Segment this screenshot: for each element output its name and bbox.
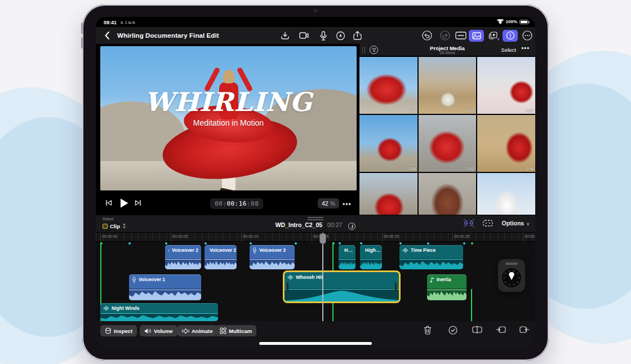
volume-line[interactable]	[285, 289, 399, 290]
jog-wheel-button[interactable]	[503, 30, 518, 42]
media-thumbnail[interactable]: 0:02	[419, 115, 477, 172]
timeline-clip-voiceover-2[interactable]: Voiceover 2	[205, 245, 237, 269]
back-button[interactable]	[103, 30, 113, 41]
clip-marker-dot	[205, 242, 207, 245]
volume-line[interactable]	[250, 259, 295, 260]
skip-forward-icon[interactable]	[134, 199, 142, 207]
volume-line[interactable]	[129, 290, 201, 290]
media-thumbnail[interactable]: 0:07	[419, 57, 477, 114]
clip-waveform	[427, 288, 466, 300]
trim-handle-right[interactable]	[395, 282, 397, 291]
more-icon[interactable]	[522, 30, 533, 41]
import-icon[interactable]	[279, 30, 291, 41]
media-thumbnail[interactable]	[359, 173, 417, 215]
options-dropdown[interactable]: Options∨	[501, 220, 530, 227]
volume-button-footer[interactable]: Volume	[140, 325, 177, 336]
timecode-display[interactable]: 00:00:16:08	[210, 198, 263, 209]
multicam-button[interactable]: Multicam	[215, 325, 256, 336]
insert-left-icon[interactable]	[496, 326, 506, 336]
check-circle-icon[interactable]	[448, 326, 459, 336]
clip-duration-badge: 0:02	[468, 167, 475, 171]
home-indicator[interactable]	[259, 342, 372, 345]
front-camera	[314, 9, 317, 12]
trash-icon[interactable]	[424, 326, 434, 336]
undo-icon[interactable]	[421, 30, 433, 41]
media-thumbnail[interactable]: 0:04	[359, 115, 417, 172]
timeline-clip-time-piece[interactable]: Time Piece	[399, 245, 463, 269]
subtitle-overlay: Meditation in Motion	[100, 118, 357, 127]
viewer-more-icon[interactable]: •••	[343, 200, 352, 208]
volume-button	[81, 37, 83, 48]
jog-wheel[interactable]	[498, 259, 525, 292]
volume-line[interactable]	[100, 313, 218, 314]
clip-name: Whoosh Hit	[296, 274, 322, 280]
media-more-icon[interactable]: •••	[521, 45, 530, 51]
insert-right-icon[interactable]	[519, 326, 530, 336]
timeline-clip-voiceover-3[interactable]: Voiceover 3	[250, 245, 295, 269]
ipad-device: 09:41 а. 1 ш.в. 100% Whirling Documentar…	[82, 5, 549, 361]
clip-marker-dot	[427, 242, 429, 245]
timeline-header: Select Clip ▲▼ WD_Intro_C2_05 00:27 i Op…	[96, 215, 535, 232]
playhead[interactable]	[322, 233, 323, 321]
clip-name: Time Piece	[411, 247, 436, 253]
connection-line	[471, 289, 472, 321]
effects-button[interactable]	[486, 30, 501, 42]
media-thumbnail[interactable]	[477, 173, 535, 215]
volume-line[interactable]	[165, 259, 201, 260]
camera-icon[interactable]	[299, 30, 310, 41]
volume-line[interactable]	[399, 259, 463, 260]
keyboard-shortcuts-icon[interactable]	[455, 30, 466, 41]
title-overlay: WHIRLING	[100, 87, 357, 117]
clock: 09:41	[104, 20, 117, 25]
timeline-clip-high-[interactable]: High…	[360, 245, 382, 269]
volume-line[interactable]	[360, 259, 382, 260]
inspect-button[interactable]: Inspect	[100, 325, 137, 336]
timeline-clip-whoosh-hit[interactable]: Whoosh Hit	[285, 272, 399, 301]
record-icon[interactable]	[335, 30, 346, 41]
jog-drag-handle[interactable]	[505, 263, 518, 265]
ruler-tick	[382, 233, 383, 242]
redo-icon	[439, 30, 451, 41]
select-button[interactable]: Select	[501, 47, 516, 53]
media-thumbnail[interactable]: 0:03	[359, 57, 417, 114]
timeline[interactable]: 00:00:0000:00:0500:00:1000:00:1500:00:20…	[96, 233, 535, 321]
timeline-ruler[interactable]: 00:00:0000:00:0500:00:1000:00:1500:00:20…	[96, 233, 535, 242]
timeline-clip-inertia[interactable]: Inertia	[427, 274, 466, 300]
timeline-clip-night-winds[interactable]: Night Winds	[100, 303, 218, 321]
jog-dial[interactable]	[502, 268, 521, 287]
media-thumbnail[interactable]	[419, 173, 477, 215]
trim-split-icon[interactable]	[472, 326, 482, 336]
share-icon[interactable]	[352, 30, 363, 41]
info-icon[interactable]: i	[348, 223, 356, 230]
volume-line[interactable]	[205, 259, 237, 260]
zoom-level[interactable]: 42%	[318, 198, 339, 208]
media-browser-button[interactable]	[469, 30, 484, 42]
clip-marker-dot	[165, 242, 167, 245]
volume-line[interactable]	[427, 290, 466, 290]
clip-marker-dot	[463, 242, 465, 245]
connect-clips-icon[interactable]	[463, 219, 474, 228]
clip-marker-dot	[295, 242, 297, 245]
trim-handle-left[interactable]	[287, 282, 288, 291]
clip-waveform	[165, 259, 201, 269]
timeline-drag-handle[interactable]	[308, 217, 323, 220]
ruler-timecode-label: 00:00:00	[102, 234, 117, 238]
top-toolbar: Whirling Documentary Final Edit	[96, 27, 535, 44]
animate-button[interactable]: Animate	[177, 325, 217, 336]
clip-duration-badge: 0:06	[526, 167, 534, 171]
video-preview[interactable]: WHIRLING Meditation in Motion	[100, 46, 357, 190]
playhead-handle[interactable]	[319, 233, 326, 244]
play-button[interactable]	[119, 198, 129, 208]
clip-stack-icon[interactable]	[482, 219, 494, 228]
timeline-clip-h-[interactable]: H…	[339, 245, 356, 269]
microphone-icon[interactable]	[318, 30, 329, 41]
clip-duration-badge: 0:03	[408, 109, 416, 113]
clip-marker-dot	[332, 242, 335, 245]
media-thumbnail[interactable]: 0:06	[477, 115, 535, 172]
skip-back-icon[interactable]	[105, 199, 113, 207]
volume-line[interactable]	[339, 259, 356, 260]
timeline-clip-voiceover-1[interactable]: Voiceover 1	[129, 274, 201, 300]
timeline-clip-voiceover-2[interactable]: Voiceover 2	[165, 245, 201, 269]
clip-waveform	[100, 313, 218, 321]
media-thumbnail[interactable]: 0:10	[477, 57, 535, 114]
